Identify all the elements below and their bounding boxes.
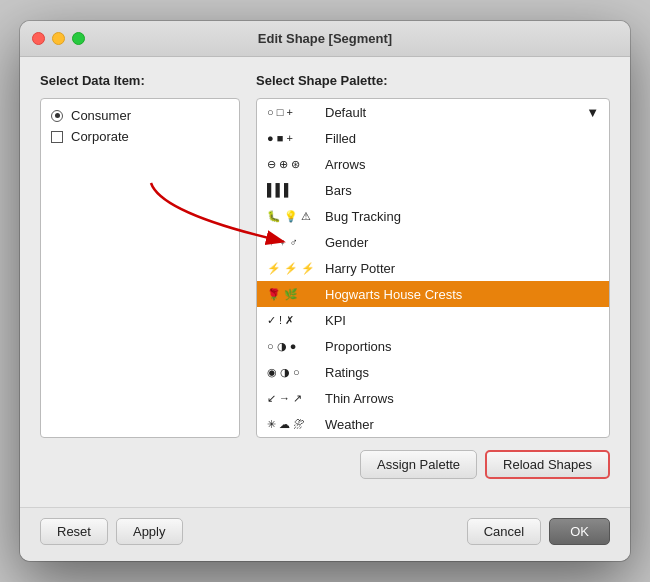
main-area: Select Data Item: Consumer Corporate Sel… [40, 73, 610, 479]
palette-action-buttons: Assign Palette Reload Shapes [256, 450, 610, 479]
edit-shape-dialog: Edit Shape [Segment] Select Data Item: C… [20, 21, 630, 561]
minimize-button[interactable] [52, 32, 65, 45]
title-bar: Edit Shape [Segment] [20, 21, 630, 57]
corporate-checkbox[interactable] [51, 131, 63, 143]
maximize-button[interactable] [72, 32, 85, 45]
palette-item-filled[interactable]: ● ■ + Filled [257, 125, 609, 151]
palette-item-default[interactable]: ○ □ + Default ▼ [257, 99, 609, 125]
ratings-name: Ratings [325, 365, 369, 380]
assign-palette-button[interactable]: Assign Palette [360, 450, 477, 479]
thin-arrows-icons: ↙ → ↗ [267, 392, 317, 405]
palette-item-arrows[interactable]: ⊖ ⊕ ⊛ Arrows [257, 151, 609, 177]
palette-item-bars[interactable]: ▌▌▌ Bars [257, 177, 609, 203]
consumer-radio[interactable] [51, 110, 63, 122]
corporate-label: Corporate [71, 129, 129, 144]
palette-item-ratings[interactable]: ◉ ◑ ○ Ratings [257, 359, 609, 385]
bars-name: Bars [325, 183, 352, 198]
data-item-corporate[interactable]: Corporate [41, 126, 239, 147]
palette-item-weather[interactable]: ✳ ☁ ⛈ Weather [257, 411, 609, 437]
palette-item-hogwarts[interactable]: 🌹 🌿 Hogwarts House Crests [257, 281, 609, 307]
ok-button[interactable]: OK [549, 518, 610, 545]
weather-name: Weather [325, 417, 374, 432]
hogwarts-icons: 🌹 🌿 [267, 288, 317, 301]
dropdown-arrow: ▼ [586, 105, 599, 120]
proportions-name: Proportions [325, 339, 391, 354]
bars-icons: ▌▌▌ [267, 183, 317, 197]
filled-icons: ● ■ + [267, 132, 317, 144]
data-item-label: Select Data Item: [40, 73, 240, 88]
close-button[interactable] [32, 32, 45, 45]
palette-item-kpi[interactable]: ✓ ! ✗ KPI [257, 307, 609, 333]
reset-button[interactable]: Reset [40, 518, 108, 545]
cancel-button[interactable]: Cancel [467, 518, 541, 545]
palette-item-bug-tracking[interactable]: 🐛 💡 ⚠ Bug Tracking [257, 203, 609, 229]
palette-item-thin-arrows[interactable]: ↙ → ↗ Thin Arrows [257, 385, 609, 411]
harry-potter-icons: ⚡ ⚡ ⚡ [267, 262, 317, 275]
hogwarts-name: Hogwarts House Crests [325, 287, 462, 302]
harry-potter-name: Harry Potter [325, 261, 395, 276]
palette-label: Select Shape Palette: [256, 73, 610, 88]
palette-item-gender[interactable]: ♀ ♀ ♂ Gender [257, 229, 609, 255]
proportions-icons: ○ ◑ ● [267, 340, 317, 353]
palette-list: ○ □ + Default ▼ ● ■ + Filled ⊖ ⊕ ⊛ Arrow… [256, 98, 610, 438]
ratings-icons: ◉ ◑ ○ [267, 366, 317, 379]
default-name: Default [325, 105, 366, 120]
data-items-list: Consumer Corporate [40, 98, 240, 438]
arrows-icons: ⊖ ⊕ ⊛ [267, 158, 317, 171]
bottom-row: Reset Apply Cancel OK [20, 507, 630, 561]
right-panel: Select Shape Palette: ○ □ + Default ▼ [256, 73, 610, 479]
dialog-content: Select Data Item: Consumer Corporate Sel… [20, 57, 630, 507]
bug-tracking-icons: 🐛 💡 ⚠ [267, 210, 317, 223]
consumer-label: Consumer [71, 108, 131, 123]
weather-icons: ✳ ☁ ⛈ [267, 418, 317, 431]
bottom-left-buttons: Reset Apply [40, 518, 183, 545]
palette-item-harry-potter[interactable]: ⚡ ⚡ ⚡ Harry Potter [257, 255, 609, 281]
window-controls [32, 32, 85, 45]
filled-name: Filled [325, 131, 356, 146]
reload-shapes-button[interactable]: Reload Shapes [485, 450, 610, 479]
thin-arrows-name: Thin Arrows [325, 391, 394, 406]
gender-name: Gender [325, 235, 368, 250]
kpi-icons: ✓ ! ✗ [267, 314, 317, 327]
dialog-title: Edit Shape [Segment] [258, 31, 392, 46]
apply-button[interactable]: Apply [116, 518, 183, 545]
arrows-name: Arrows [325, 157, 365, 172]
data-item-consumer[interactable]: Consumer [41, 105, 239, 126]
bug-tracking-name: Bug Tracking [325, 209, 401, 224]
palette-item-proportions[interactable]: ○ ◑ ● Proportions [257, 333, 609, 359]
gender-icons: ♀ ♀ ♂ [267, 236, 317, 248]
default-icons: ○ □ + [267, 106, 317, 118]
left-panel: Select Data Item: Consumer Corporate [40, 73, 240, 479]
bottom-right-buttons: Cancel OK [467, 518, 610, 545]
kpi-name: KPI [325, 313, 346, 328]
